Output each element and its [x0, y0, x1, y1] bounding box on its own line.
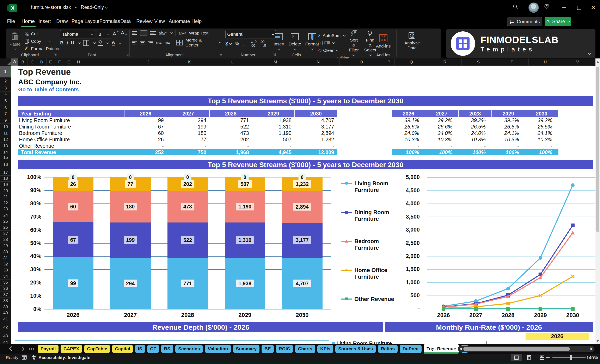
normal-view-button[interactable]	[511, 354, 522, 361]
bold-button[interactable]: B	[60, 40, 64, 46]
increase-decimal-icon[interactable]: ←.0.00	[251, 40, 257, 47]
align-bottom-icon[interactable]	[150, 31, 156, 35]
zoom-slider[interactable]	[553, 357, 586, 358]
row-header-3[interactable]: 3	[0, 85, 11, 91]
row-header-35[interactable]: 35	[0, 280, 11, 286]
underline-button[interactable]: U	[71, 40, 74, 46]
scroll-up-arrow-icon[interactable]	[596, 61, 599, 63]
legend-item-living-room-furniture[interactable]: Living Room Furniture	[341, 180, 403, 194]
menu-tab-data[interactable]: Data	[120, 17, 132, 25]
font-size-select[interactable]: 8	[97, 30, 111, 38]
menu-tab-help[interactable]: Help	[191, 17, 202, 25]
share-button[interactable]: Share	[544, 17, 571, 26]
sheet-tab-dupont[interactable]: DuPont	[400, 345, 422, 353]
search-icon[interactable]	[511, 3, 520, 12]
copy-button[interactable]: Copy	[24, 38, 60, 45]
comments-button[interactable]: Comments	[507, 17, 542, 26]
select-all-corner[interactable]	[0, 58, 12, 66]
scroll-left-arrow-icon[interactable]	[459, 347, 462, 350]
row-header-17[interactable]: 17	[0, 169, 11, 176]
row-header-43[interactable]: 43	[0, 332, 11, 340]
sheet-tab-charts[interactable]: Charts	[295, 345, 315, 353]
row-header-22[interactable]: 22	[0, 200, 11, 206]
row-header-42[interactable]: 42	[0, 322, 11, 332]
increase-indent-icon[interactable]: ⇥≡	[165, 40, 170, 45]
page-break-view-button[interactable]	[536, 354, 548, 361]
font-group-label[interactable]: Font⇲	[58, 53, 130, 59]
alignment-group-label[interactable]: Alignment⇲	[130, 53, 223, 59]
column-header-F[interactable]: F	[55, 58, 64, 66]
accessibility-status[interactable]: Accessibility: Investigate	[38, 355, 90, 360]
column-header-N[interactable]: N	[297, 58, 340, 66]
sheet-tab-capital[interactable]: Capital	[112, 345, 133, 353]
align-right-icon[interactable]	[148, 40, 153, 45]
increase-font-icon[interactable]: A⌃	[113, 30, 119, 38]
row-header-25[interactable]: 25	[0, 218, 11, 225]
row-header-33[interactable]: 33	[0, 267, 11, 273]
row-header-19[interactable]: 19	[0, 182, 11, 188]
sheet-tab-roic[interactable]: ROIC	[276, 345, 293, 353]
row-header-30[interactable]: 30	[0, 249, 11, 255]
column-header-L[interactable]: L	[211, 58, 254, 66]
column-header-G[interactable]: G	[64, 58, 74, 66]
menu-tab-formulas[interactable]: Formulas	[99, 17, 121, 25]
analyze-data-button[interactable]: Analyze Data	[399, 32, 425, 50]
menu-tab-home[interactable]: Home	[21, 17, 36, 27]
row-header-18[interactable]: 18	[0, 176, 11, 182]
paste-button[interactable]: Paste	[8, 32, 22, 50]
align-middle-icon[interactable]	[140, 30, 147, 36]
align-left-icon[interactable]	[132, 40, 137, 45]
number-group-label[interactable]: Number⇲	[223, 53, 277, 59]
merge-center-icon[interactable]	[176, 40, 183, 46]
menu-tab-insert[interactable]: Insert	[38, 17, 52, 25]
column-header-J[interactable]: J	[129, 58, 168, 66]
sheet-tab-payroll[interactable]: Payroll	[38, 345, 58, 353]
column-header-S[interactable]: S	[462, 58, 495, 66]
row-header-15[interactable]: 15	[0, 155, 11, 160]
legend-item-dining-room-furniture[interactable]: Dining Room Furniture	[341, 209, 403, 222]
sort-filter-button[interactable]: AZ Sort & Filter	[347, 30, 360, 55]
decrease-indent-icon[interactable]: ⇤≡	[156, 40, 162, 45]
row-header-4[interactable]: 4	[0, 91, 11, 96]
decrease-font-icon[interactable]: A⌄	[121, 30, 127, 38]
row-header-37[interactable]: 37	[0, 292, 11, 298]
zoom-out-button[interactable]	[546, 357, 550, 358]
column-header-K[interactable]: K	[168, 58, 211, 66]
macro-record-icon[interactable]	[21, 355, 27, 361]
scroll-right-arrow-icon[interactable]	[591, 347, 593, 350]
sheet-tab-capex[interactable]: CAPEX	[61, 345, 82, 353]
row-header-41[interactable]: 41	[0, 316, 11, 322]
decrease-decimal-icon[interactable]: .00→.0	[260, 40, 266, 47]
row-header-16[interactable]: 16	[0, 160, 11, 169]
cut-button[interactable]: Cut	[24, 31, 60, 37]
column-header-U[interactable]: U	[529, 58, 562, 66]
font-color-icon[interactable]: A	[112, 40, 115, 46]
merge-center-button[interactable]: Merge & Center	[186, 38, 215, 47]
column-header-M[interactable]: M	[254, 58, 297, 66]
row-header-27[interactable]: 27	[0, 231, 11, 237]
sheet-tab-is[interactable]: IS	[135, 345, 145, 353]
more-sheets-dots-icon[interactable]: •••	[431, 347, 436, 352]
row-header-28[interactable]: 28	[0, 237, 11, 243]
sheet-tab-cf[interactable]: CF	[147, 345, 159, 353]
row-header-10[interactable]: 10	[0, 124, 11, 130]
row-header-44[interactable]: 44	[0, 340, 11, 344]
row-header-11[interactable]: 11	[0, 130, 11, 136]
row-header-5[interactable]: 5	[0, 96, 11, 106]
legend-item-bedroom-furniture[interactable]: Bedroom Furniture	[341, 238, 403, 251]
row-header-20[interactable]: 20	[0, 188, 11, 194]
number-format-select[interactable]: General	[225, 30, 276, 38]
line-chart[interactable]	[422, 174, 597, 320]
menu-tab-automate[interactable]: Automate	[168, 17, 191, 25]
sheet-list-dots-icon[interactable]: •••	[29, 347, 35, 351]
accessibility-icon[interactable]	[31, 355, 36, 361]
sheet-tab-sources-uses[interactable]: Sources & Uses	[335, 345, 376, 353]
row-headers[interactable]: 1234567910111213141516171819202122232425…	[0, 66, 11, 344]
clipboard-group-label[interactable]: Clipboard⇲	[6, 53, 58, 59]
column-header-P[interactable]: P	[383, 58, 395, 66]
sheet-tab-bs[interactable]: BS	[161, 345, 173, 353]
fill-color-icon[interactable]	[98, 40, 103, 46]
horizontal-scrollbar[interactable]	[458, 346, 594, 352]
align-top-icon[interactable]	[132, 31, 137, 35]
percent-format-icon[interactable]: %	[235, 41, 239, 47]
